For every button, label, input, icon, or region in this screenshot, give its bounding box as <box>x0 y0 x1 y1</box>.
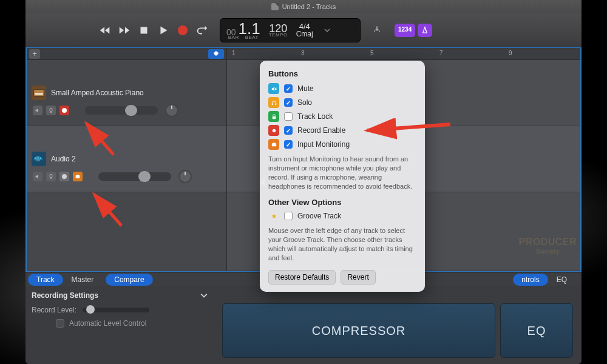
input-monitoring-description: Turn on Input Monitoring to hear sound f… <box>268 155 416 190</box>
svg-point-9 <box>272 129 276 132</box>
metronome-badge[interactable] <box>418 24 432 37</box>
track-name: Audio 2 <box>51 155 76 163</box>
ruler-tick: 3 <box>301 48 305 56</box>
beat-value: 1.1 <box>239 21 260 36</box>
position-display: 00 1.1 BAR BEAT <box>226 21 260 40</box>
track-row[interactable]: Small Amped Acoustic Piano <box>27 60 226 126</box>
mute-label: Mute <box>297 84 314 93</box>
track-list: + Small Amped Acoustic Piano <box>27 48 227 271</box>
input-monitoring-label: Input Monitoring <box>297 140 350 149</box>
record-level-label: Record Level: <box>32 306 76 314</box>
track-header-config-button[interactable] <box>208 49 224 59</box>
window-title: Untitled 2 - Tracks <box>282 3 336 10</box>
tempo-display[interactable]: 120 TEMPO <box>269 23 288 38</box>
record-enable-label: Record Enable <box>297 126 345 135</box>
svg-rect-6 <box>271 103 273 105</box>
tuner-icon[interactable] <box>371 25 382 36</box>
play-button[interactable] <box>157 24 170 37</box>
groove-track-description: Mouse over the left edge of any track to… <box>268 226 416 262</box>
restore-defaults-button[interactable]: Restore Defaults <box>268 270 336 285</box>
mute-button[interactable] <box>33 172 42 181</box>
timeline-ruler[interactable]: 1 3 5 7 9 <box>227 48 580 60</box>
solo-button[interactable] <box>46 106 56 115</box>
display-mode-badges: 1234 <box>395 24 432 37</box>
cycle-button[interactable] <box>195 24 209 37</box>
tab-master[interactable]: Master <box>63 274 103 286</box>
volume-slider[interactable] <box>85 106 158 115</box>
mute-button[interactable] <box>33 106 42 115</box>
rewind-button[interactable] <box>98 24 112 37</box>
tab-eq[interactable]: EQ <box>548 274 575 286</box>
popover-heading-buttons: Buttons <box>268 69 416 78</box>
record-enable-checkbox[interactable] <box>284 126 293 135</box>
forward-button[interactable] <box>118 24 131 37</box>
recording-settings-panel: Recording Settings Record Level: Automat… <box>25 286 214 364</box>
lock-icon <box>268 111 279 122</box>
star-icon <box>268 211 279 221</box>
input-monitoring-icon <box>268 139 279 150</box>
volume-slider[interactable] <box>98 172 171 181</box>
signature-key-display[interactable]: 4/4 Cmaj <box>296 22 313 38</box>
lcd-display[interactable]: 00 1.1 BAR BEAT 120 TEMPO 4/4 Cmaj <box>220 18 361 42</box>
solo-checkbox[interactable] <box>284 98 293 107</box>
chevron-down-icon[interactable] <box>324 27 330 33</box>
input-monitoring-button[interactable] <box>73 172 83 181</box>
ruler-tick: 9 <box>509 48 512 56</box>
record-enable-button[interactable] <box>59 106 69 115</box>
track-name: Small Amped Acoustic Piano <box>51 89 144 97</box>
inspector-body: Recording Settings Record Level: Automat… <box>25 286 582 364</box>
popover-heading-other: Other View Options <box>268 198 416 207</box>
mute-checkbox[interactable] <box>284 84 293 93</box>
chevron-down-icon <box>200 292 208 299</box>
track-lock-label: Track Lock <box>297 112 333 121</box>
track-lock-checkbox[interactable] <box>284 112 293 121</box>
svg-rect-8 <box>272 116 276 119</box>
tab-controls[interactable]: ntrols <box>513 274 548 286</box>
solo-button[interactable] <box>46 172 56 181</box>
smart-controls-panel: COMPRESSOR EQ <box>214 286 582 364</box>
stop-button[interactable] <box>137 24 151 37</box>
mute-icon <box>268 83 279 94</box>
solo-label: Solo <box>297 98 312 107</box>
svg-rect-3 <box>35 93 43 95</box>
record-enable-button[interactable] <box>59 172 69 181</box>
piano-icon <box>32 86 46 100</box>
document-icon <box>271 3 279 10</box>
track-header-strip: + <box>27 48 226 60</box>
ruler-tick: 5 <box>370 48 374 56</box>
tab-track[interactable]: Track <box>28 274 63 286</box>
pan-knob[interactable] <box>165 104 178 117</box>
count-in-badge[interactable]: 1234 <box>395 24 415 37</box>
waveform-icon <box>32 152 46 166</box>
ruler-tick: 1 <box>232 48 236 56</box>
track-header-config-popover: Buttons Mute Solo Track Lock Record Enab… <box>260 61 425 292</box>
transport-controls <box>98 24 209 37</box>
automatic-level-control-label: Automatic Level Control <box>69 319 146 328</box>
pan-knob[interactable] <box>178 170 192 183</box>
add-track-button[interactable]: + <box>29 49 40 59</box>
record-level-slider[interactable] <box>83 308 149 312</box>
window-titlebar: Untitled 2 - Tracks <box>25 0 582 13</box>
record-button[interactable] <box>176 24 189 37</box>
record-icon <box>268 125 279 136</box>
revert-button[interactable]: Revert <box>341 270 375 285</box>
headphones-icon <box>268 97 279 108</box>
compressor-plugin[interactable]: COMPRESSOR <box>222 303 495 358</box>
toolbar: 00 1.1 BAR BEAT 120 TEMPO 4/4 Cmaj 1234 <box>25 13 582 47</box>
ruler-tick: 7 <box>439 48 443 56</box>
input-monitoring-checkbox[interactable] <box>284 140 293 149</box>
track-row[interactable]: Audio 2 <box>27 126 226 192</box>
groove-track-checkbox[interactable] <box>284 212 293 220</box>
eq-plugin[interactable]: EQ <box>500 303 573 358</box>
automatic-level-control-checkbox[interactable] <box>56 319 64 328</box>
groove-track-label: Groove Track <box>297 212 341 220</box>
app-window: Untitled 2 - Tracks 00 1.1 BAR BEAT <box>25 0 582 364</box>
compare-button[interactable]: Compare <box>106 274 152 286</box>
recording-settings-header[interactable]: Recording Settings <box>32 291 208 300</box>
svg-rect-0 <box>141 27 148 33</box>
svg-rect-7 <box>275 103 276 105</box>
